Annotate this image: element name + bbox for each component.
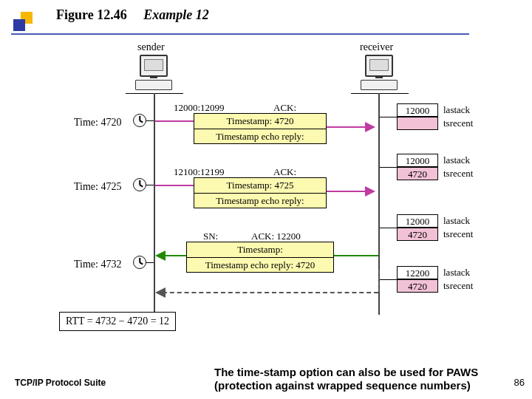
footer-note: The time-stamp option can also be used f… [214,366,495,394]
state-box-2: 12000 4720 lastack tsrecent [397,154,473,180]
message-box-1: Timestamp: 4720 Timestamp echo reply: [194,113,327,144]
state1-lab1: lastack [443,103,470,117]
time-3-label: Time: 4732 [74,259,121,270]
state-box-1: 12000 lastack tsrecent [397,103,473,130]
msg2-line-timestamp: Timestamp: 4725 [194,178,326,194]
receiver-label: receiver [360,41,393,53]
state4-top: 12200 [397,266,438,279]
msg1-ack-label: ACK: [273,102,296,114]
state-box-3: 12000 4720 lastack tsrecent [397,214,473,241]
footer-source: TCP/IP Protocol Suite [15,378,106,388]
state4-lab1: lastack [443,266,470,279]
msg3-line-timestamp: Timestamp: [187,242,333,258]
example-number: Example 12 [143,7,209,22]
receiver-base-line [351,93,409,94]
state4-lab2: tsrecent [443,279,473,293]
state1-bot [397,117,438,130]
time-1-label: Time: 4720 [74,117,121,129]
msg2-arrow-right [327,191,368,192]
msg2-seq-label: 12100:12199 [174,166,225,178]
clock-conn-3 [146,262,154,263]
slide-bullet [13,12,33,31]
state3-top: 12000 [397,214,438,228]
state2-top: 12000 [397,154,438,167]
msg3-line-echo: Timestamp echo reply: 4720 [187,258,333,273]
sequence-diagram: sender receiver Time: 4720 Time: 4725 Ti… [30,37,480,344]
state2-lab1: lastack [443,154,470,167]
rtt-box: RTT = 4732 − 4720 = 12 [59,312,176,331]
clock-icon-3 [133,256,146,269]
msg1-seq-label: 12000:12099 [174,102,225,114]
rtt-text: RTT = 4732 − 4720 = 12 [66,316,169,327]
msg2-line-left [155,185,194,186]
dashed-ack-arrow [163,292,378,293]
state1-top: 12000 [397,103,438,117]
state3-lab2: tsrecent [443,228,473,241]
state4-bot: 4720 [397,279,438,293]
sender-label: sender [137,41,165,53]
state2-lab2: tsrecent [443,167,473,180]
msg3-sn-label: SN: [203,231,218,242]
time-2-label: Time: 4725 [74,181,121,193]
msg3-line-right [334,255,378,256]
state1-lab2: tsrecent [443,117,473,130]
slide-title: Figure 12.46 Example 12 [56,7,209,23]
state1-conn [380,117,397,117]
clock-conn-2 [146,185,154,185]
slide-number: 86 [514,377,525,388]
message-box-2: Timestamp: 4725 Timestamp echo reply: [194,177,327,208]
msg2-line-echo: Timestamp echo reply: [194,194,326,208]
state3-lab1: lastack [443,214,470,228]
dashed-receiver-drop [378,270,380,292]
state3-conn [380,228,397,228]
sender-computer-icon [133,55,174,90]
msg1-arrow-right [327,126,368,128]
clock-icon-1 [133,114,146,127]
sender-lifeline [154,93,155,315]
state4-conn [380,279,397,280]
state3-bot: 4720 [397,228,438,241]
msg1-line-left [155,120,194,122]
msg2-ack-label: ACK: [273,166,296,178]
state-box-4: 12200 4720 lastack tsrecent [397,266,473,293]
msg1-line-timestamp: Timestamp: 4720 [194,114,326,129]
msg1-line-echo: Timestamp echo reply: [194,129,326,144]
msg3-arrow-left [163,255,186,256]
message-box-3: Timestamp: Timestamp echo reply: 4720 [186,242,334,273]
clock-icon-2 [133,178,146,191]
state2-bot: 4720 [397,167,438,180]
state2-conn [380,167,397,168]
clock-conn-1 [146,120,154,121]
title-divider [11,33,469,35]
msg3-ack-label: ACK: 12200 [251,231,301,242]
figure-number: Figure 12.46 [56,7,127,22]
receiver-computer-icon [358,55,399,90]
